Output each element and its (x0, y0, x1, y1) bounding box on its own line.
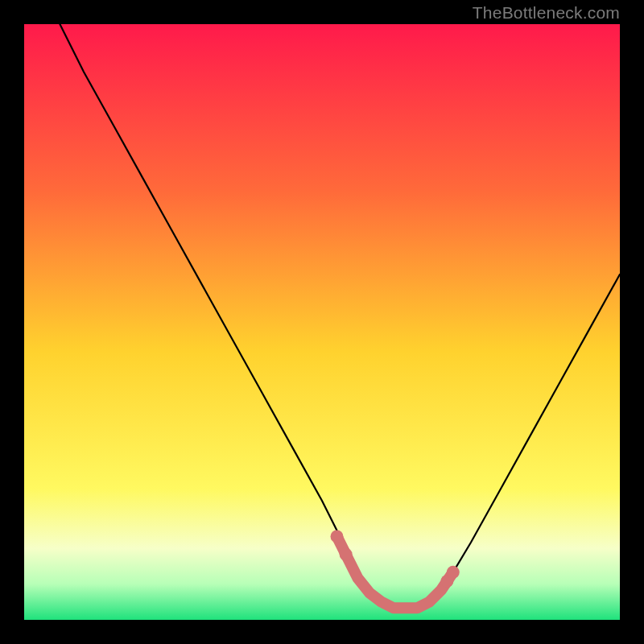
gradient-background (24, 24, 620, 620)
highlight-dot (447, 566, 460, 579)
highlight-dot (340, 548, 353, 561)
chart-svg (24, 24, 620, 620)
highlight-dot (331, 530, 344, 543)
plot-area (24, 24, 620, 620)
chart-frame: TheBottleneck.com (0, 0, 644, 644)
watermark-text: TheBottleneck.com (473, 3, 620, 23)
